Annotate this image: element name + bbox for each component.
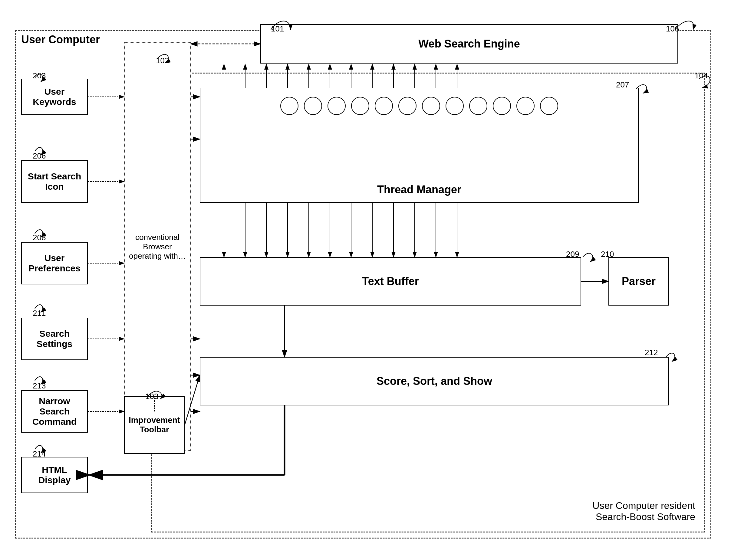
ref-206: 206 bbox=[33, 151, 46, 161]
text-buffer-box: Text Buffer bbox=[200, 257, 581, 306]
ref-214: 214 bbox=[33, 449, 46, 459]
user-preferences-box: User Preferences bbox=[21, 242, 88, 284]
ref-207: 207 bbox=[616, 80, 629, 90]
web-search-engine-box: Web Search Engine bbox=[260, 24, 678, 64]
ref-213: 213 bbox=[33, 381, 46, 391]
improvement-toolbar-box: Improvement Toolbar bbox=[124, 396, 185, 454]
ref-208: 208 bbox=[33, 233, 46, 242]
ref-103: 103 bbox=[145, 392, 158, 401]
thread-circle-5 bbox=[375, 97, 393, 115]
thread-circle-12 bbox=[540, 97, 558, 115]
ref-209: 209 bbox=[566, 250, 579, 259]
user-computer-label: User Computer bbox=[21, 33, 100, 46]
start-search-icon-box: Start Search Icon bbox=[21, 160, 88, 203]
ref-203: 203 bbox=[33, 71, 46, 80]
thread-circle-10 bbox=[493, 97, 511, 115]
thread-circle-4 bbox=[351, 97, 369, 115]
search-boost-label: User Computer residentSearch-Boost Softw… bbox=[592, 500, 695, 522]
score-sort-show-box: Score, Sort, and Show bbox=[200, 357, 669, 405]
search-settings-box: Search Settings bbox=[21, 318, 88, 360]
thread-circle-7 bbox=[422, 97, 440, 115]
thread-circle-11 bbox=[516, 97, 535, 115]
diagram: User Computer User Computer residentSear… bbox=[12, 12, 719, 548]
html-display-box: HTML Display bbox=[21, 457, 88, 493]
thread-circle-9 bbox=[469, 97, 487, 115]
narrow-search-command-box: Narrow Search Command bbox=[21, 390, 88, 433]
thread-circle-6 bbox=[398, 97, 417, 115]
ref-101: 101 bbox=[271, 24, 284, 34]
ref-102: 102 bbox=[156, 56, 169, 65]
ref-210: 210 bbox=[601, 250, 614, 259]
ref-212: 212 bbox=[645, 348, 658, 357]
user-keywords-box: User Keywords bbox=[21, 79, 88, 115]
thread-circle-3 bbox=[327, 97, 346, 115]
parser-box: Parser bbox=[608, 257, 669, 306]
ref-211: 211 bbox=[33, 309, 46, 318]
thread-circle-2 bbox=[304, 97, 322, 115]
thread-circle-8 bbox=[446, 97, 464, 115]
ref-106: 106 bbox=[666, 24, 679, 34]
thread-circles bbox=[203, 97, 636, 115]
thread-circle-1 bbox=[280, 97, 298, 115]
browser-box: conventional Browser operating with… bbox=[124, 42, 191, 451]
ref-104: 104 bbox=[695, 71, 708, 80]
